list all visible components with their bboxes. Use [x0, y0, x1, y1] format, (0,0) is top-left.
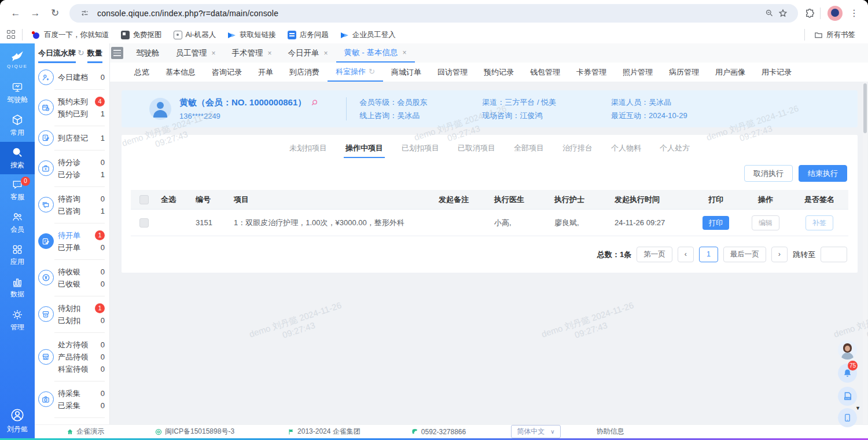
cancel-execution-button[interactable]: 取消执行: [744, 165, 793, 182]
flow-row[interactable]: 待分诊 0: [58, 156, 105, 168]
flow-row[interactable]: 预约已到 1: [58, 108, 105, 120]
prev-page-button[interactable]: ‹: [678, 247, 694, 262]
itab-cancelled[interactable]: 已取消项目: [456, 143, 497, 158]
footer-help-link[interactable]: 协助信息: [597, 427, 624, 437]
footer-icp[interactable]: 闽ICP备15015898号-3: [155, 427, 234, 437]
reload-icon[interactable]: ↻: [46, 5, 64, 22]
flow-row[interactable]: 科室待领 0: [58, 363, 105, 375]
flow-row[interactable]: 待采集 0: [58, 387, 105, 399]
flow-row[interactable]: 已划扣 0: [58, 314, 105, 327]
sidebar-item-search[interactable]: 搜索: [0, 142, 35, 174]
member-search-icon[interactable]: [311, 99, 318, 107]
itab-personal-prescription[interactable]: 个人处方: [658, 143, 692, 158]
first-page-button[interactable]: 第一页: [637, 247, 672, 262]
address-bar[interactable]: console.qique.cn/index.php?r=data/main/c…: [69, 4, 798, 23]
sidebar-item-members[interactable]: 会员: [0, 207, 35, 239]
flow-row[interactable]: 已分诊 1: [58, 168, 105, 181]
subtab-followup[interactable]: 回访管理: [429, 63, 476, 82]
subtab-basic-info[interactable]: 基本信息: [157, 63, 204, 82]
extensions-icon[interactable]: [803, 6, 816, 20]
itab-deducted[interactable]: 已划扣项目: [400, 143, 441, 158]
current-page[interactable]: 1: [699, 247, 718, 262]
zoom-icon[interactable]: [762, 6, 776, 20]
flow-row[interactable]: 待咨询 0: [58, 193, 105, 205]
bookmark-star-icon[interactable]: [776, 6, 790, 20]
itab-personal-materials[interactable]: 个人物料: [609, 143, 643, 158]
back-icon[interactable]: ←: [7, 5, 24, 22]
scrollbar-thumb[interactable]: [863, 83, 867, 133]
document-button[interactable]: DOC: [838, 387, 857, 406]
all-bookmarks-button[interactable]: 所有书签: [814, 30, 855, 40]
itab-in-operation[interactable]: 操作中项目: [344, 143, 385, 158]
close-icon[interactable]: ×: [212, 49, 216, 57]
sidebar-item-common[interactable]: 常用: [0, 109, 35, 142]
tab-staff[interactable]: 员工管理 ×: [168, 43, 224, 63]
forward-icon[interactable]: →: [27, 5, 44, 22]
flow-refresh-icon[interactable]: ↻: [78, 48, 84, 57]
profile-avatar[interactable]: [827, 6, 843, 21]
flow-row[interactable]: 已采集 0: [58, 399, 105, 412]
bookmark-baidu[interactable]: 百度一下，你就知道: [32, 30, 109, 40]
flow-row[interactable]: 已咨询 1: [58, 205, 105, 217]
flow-row[interactable]: 待划扣 1: [58, 302, 105, 314]
subtab-appointments[interactable]: 预约记录: [476, 63, 522, 82]
tab-surgery[interactable]: 手术管理 ×: [224, 43, 280, 63]
flow-row[interactable]: 今日建档 0: [58, 71, 105, 83]
subtab-overview[interactable]: 总览: [126, 63, 157, 82]
site-settings-icon[interactable]: [78, 6, 91, 20]
last-page-button[interactable]: 最后一页: [723, 247, 766, 262]
subtab-store-consume[interactable]: 到店消费: [281, 63, 328, 82]
subtab-records[interactable]: 病历管理: [661, 63, 707, 82]
bookmark-storeissue[interactable]: 店务问题: [288, 30, 329, 40]
subtab-coupons[interactable]: 卡券管理: [568, 63, 615, 82]
apps-grid-icon[interactable]: [7, 30, 16, 39]
subtab-orders[interactable]: 开单: [250, 63, 281, 82]
subtab-profile[interactable]: 用户画像: [707, 63, 753, 82]
mobile-button[interactable]: [838, 408, 857, 427]
flow-row[interactable]: 待开单 1: [58, 229, 105, 241]
bookmark-koutu[interactable]: 免费抠图: [121, 30, 162, 40]
tab-today-orders[interactable]: 今日开单 ×: [280, 43, 336, 63]
flow-row[interactable]: 产品待领 0: [58, 351, 105, 363]
bookmark-airobot[interactable]: Ai-机器人: [174, 30, 216, 40]
close-icon[interactable]: ×: [268, 49, 272, 57]
subtab-dept-operation[interactable]: 科室操作 ↻: [328, 63, 383, 82]
bookmark-stafflogin[interactable]: 企业员工登入: [340, 30, 396, 40]
tab-member-info[interactable]: 黄敏 - 基本信息 ×: [336, 43, 415, 63]
url-text[interactable]: console.qique.cn/index.php?r=data/main/c…: [97, 9, 762, 18]
menu-icon[interactable]: ⋮: [846, 8, 862, 19]
sidebar-item-dashboard[interactable]: 驾驶舱: [0, 77, 35, 109]
flow-row[interactable]: 待收银 0: [58, 266, 105, 278]
itab-all[interactable]: 全部项目: [512, 143, 546, 158]
jump-page-input[interactable]: [821, 247, 847, 262]
next-page-button[interactable]: ›: [771, 247, 788, 262]
flow-row[interactable]: 已收银 0: [58, 278, 105, 290]
subtab-card-usage[interactable]: 用卡记录: [753, 63, 800, 82]
close-icon[interactable]: ×: [403, 49, 407, 57]
sidebar-item-data[interactable]: 数据: [0, 272, 35, 304]
flow-row[interactable]: 到店登记 1: [58, 132, 105, 144]
flow-row[interactable]: 处方待领 0: [58, 339, 105, 351]
tab-dashboard[interactable]: 驾驶舱: [128, 43, 168, 63]
resign-button[interactable]: 补签: [806, 215, 833, 230]
itab-treatment-schedule[interactable]: 治疗排台: [561, 143, 594, 158]
subtab-wallet[interactable]: 钱包管理: [522, 63, 568, 82]
select-all-checkbox[interactable]: [139, 195, 149, 204]
sidebar-user[interactable]: 刘丹懿: [0, 408, 35, 434]
close-icon[interactable]: ×: [324, 49, 328, 57]
row-checkbox[interactable]: [139, 218, 149, 228]
finish-execution-button[interactable]: 结束执行: [799, 165, 847, 182]
itab-undeducted[interactable]: 未划扣项目: [288, 143, 329, 158]
sidebar-item-manage[interactable]: 管理: [0, 304, 35, 336]
subtab-mall-orders[interactable]: 商城订单: [383, 63, 429, 82]
bookmark-shortlink[interactable]: 获取短链接: [227, 30, 276, 40]
vertical-scrollbar[interactable]: [863, 82, 867, 424]
subtab-consult-records[interactable]: 咨询记录: [204, 63, 250, 82]
collapse-widgets-icon[interactable]: ▼: [855, 405, 860, 411]
collapse-menu-icon[interactable]: [111, 47, 123, 59]
flow-row[interactable]: 预约未到 4: [58, 96, 105, 108]
edit-button[interactable]: 编辑: [752, 215, 779, 230]
flow-row[interactable]: 已开单 0: [58, 241, 105, 254]
subtab-photos[interactable]: 照片管理: [615, 63, 661, 82]
sidebar-item-service[interactable]: 0 客服: [0, 174, 35, 207]
